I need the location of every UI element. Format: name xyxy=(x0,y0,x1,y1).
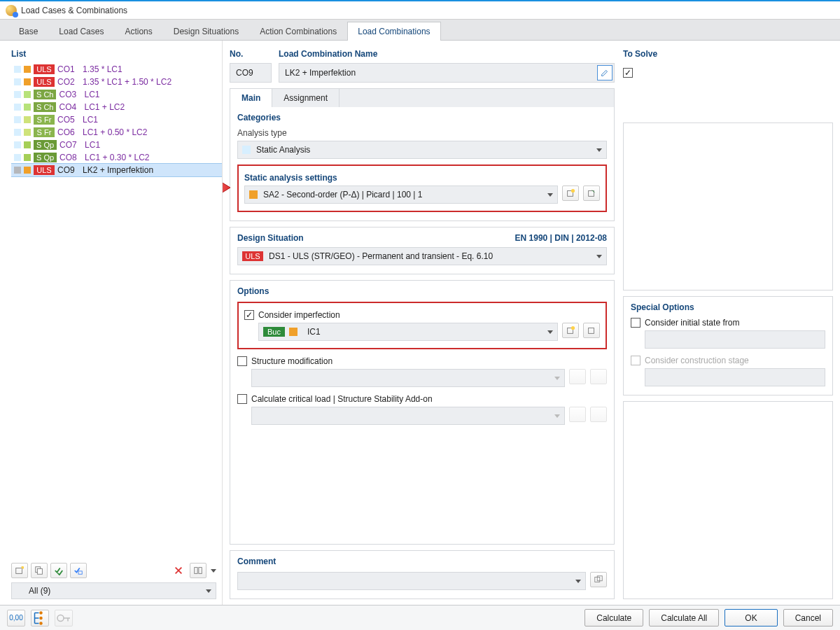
tab-load-combinations[interactable]: Load Combinations xyxy=(347,22,440,41)
initial-state-checkbox[interactable] xyxy=(631,318,640,328)
list-box[interactable]: ULSCO11.35 * LC1ULSCO21.35 * LC1 + 1.50 … xyxy=(11,63,222,559)
calc-critical-label: Calculate critical load | Structure Stab… xyxy=(251,394,433,404)
calc-critical-select[interactable] xyxy=(251,407,565,425)
initial-state-select[interactable] xyxy=(645,330,825,349)
cancel-button[interactable]: Cancel xyxy=(783,609,833,626)
delete-item-button[interactable] xyxy=(170,563,187,578)
consider-imperfection-label: Consider imperfection xyxy=(258,310,340,320)
subtab-main[interactable]: Main xyxy=(230,89,272,107)
lc-code: CO5 xyxy=(57,115,80,125)
initial-state-label: Consider initial state from xyxy=(645,318,739,328)
comment-field[interactable] xyxy=(237,572,586,590)
list-item-co3[interactable]: S ChCO3LC1 xyxy=(11,88,222,101)
chevron-down-icon xyxy=(575,580,581,583)
sub-tabstrip: MainAssignment xyxy=(230,88,615,107)
svg-rect-12 xyxy=(589,328,594,334)
lc-code: CO2 xyxy=(57,77,80,87)
lc-desc: LC1 + 0.50 * LC2 xyxy=(83,127,147,137)
list-item-co1[interactable]: ULSCO11.35 * LC1 xyxy=(11,63,222,76)
design-situation-select[interactable]: ULS DS1 - ULS (STR/GEO) - Permanent and … xyxy=(237,247,607,265)
name-field[interactable]: LK2 + Imperfektion xyxy=(279,63,615,83)
color-swatch xyxy=(14,66,21,73)
color-swatch xyxy=(24,129,31,136)
comment-title: Comment xyxy=(237,556,607,566)
chevron-down-icon xyxy=(596,148,602,152)
calculate-button[interactable]: Calculate xyxy=(584,609,643,626)
design-code: EN 1990 | DIN | 2012-08 xyxy=(515,233,607,243)
svg-point-16 xyxy=(39,616,43,620)
new-item-button[interactable] xyxy=(11,563,28,578)
analysis-type-label: Analysis type xyxy=(237,128,607,138)
list-item-co8[interactable]: S QpCO8LC1 + 0.30 * LC2 xyxy=(11,151,222,164)
uncheck-all-button[interactable] xyxy=(70,563,87,578)
tosolve-checkbox[interactable] xyxy=(623,68,633,78)
list-filter-value: All (9) xyxy=(29,586,50,596)
key-button[interactable] xyxy=(55,610,73,626)
lc-code: CO1 xyxy=(57,64,80,74)
structure-modification-label: Structure modification xyxy=(251,356,332,366)
color-swatch xyxy=(24,154,31,161)
list-item-co9[interactable]: ULSCO9LK2 + Imperfektion xyxy=(11,164,222,176)
units-button[interactable]: 0,00 xyxy=(7,610,25,626)
uls-tag: ULS xyxy=(34,77,55,87)
color-swatch xyxy=(249,190,258,199)
sas-new-button[interactable] xyxy=(562,186,579,201)
uls-tag: ULS xyxy=(34,64,55,74)
no-field[interactable]: CO9 xyxy=(230,63,272,83)
comment-more-button[interactable] xyxy=(590,572,607,587)
list-item-co5[interactable]: S FrCO5LC1 xyxy=(11,113,222,126)
subtab-assignment[interactable]: Assignment xyxy=(272,89,340,107)
calculate-all-button[interactable]: Calculate All xyxy=(649,609,719,626)
lc-code: CO3 xyxy=(59,90,81,99)
tab-load-cases[interactable]: Load Cases xyxy=(48,22,114,41)
color-swatch xyxy=(14,104,21,111)
list-item-co2[interactable]: ULSCO21.35 * LC1 + 1.50 * LC2 xyxy=(11,76,222,88)
sfr-tag: S Fr xyxy=(34,127,55,137)
critical-edit-button[interactable] xyxy=(590,407,607,422)
structure-modification-checkbox[interactable] xyxy=(237,356,247,366)
callout-arrow-icon xyxy=(230,312,232,330)
imperfection-select[interactable]: Buc IC1 xyxy=(258,323,558,341)
analysis-type-select[interactable]: Static Analysis xyxy=(237,141,607,159)
color-swatch xyxy=(14,91,21,98)
chevron-down-icon xyxy=(554,377,560,380)
view-mode-dropdown[interactable] xyxy=(211,569,216,573)
tab-actions[interactable]: Actions xyxy=(114,22,162,41)
structmod-edit-button[interactable] xyxy=(590,369,607,384)
color-swatch xyxy=(24,167,31,174)
consider-imperfection-checkbox[interactable] xyxy=(244,310,254,320)
list-filter-select[interactable]: All (9) xyxy=(11,582,216,599)
sas-select[interactable]: SA2 - Second-order (P-Δ) | Picard | 100 … xyxy=(244,186,558,204)
edit-name-button[interactable] xyxy=(597,65,612,80)
imperfection-new-button[interactable] xyxy=(562,323,579,338)
svg-point-18 xyxy=(57,615,64,621)
svg-rect-0 xyxy=(16,568,22,574)
tab-base[interactable]: Base xyxy=(8,22,48,41)
structmod-new-button[interactable] xyxy=(569,369,586,384)
list-item-co7[interactable]: S QpCO7LC1 xyxy=(11,139,222,151)
sas-edit-button[interactable] xyxy=(583,186,600,201)
svg-rect-4 xyxy=(78,571,82,574)
construction-stage-select xyxy=(645,368,825,386)
structure-modification-select[interactable] xyxy=(251,369,565,387)
calc-critical-checkbox[interactable] xyxy=(237,394,247,404)
list-item-co4[interactable]: S ChCO4LC1 + LC2 xyxy=(11,101,222,113)
lc-desc: 1.35 * LC1 xyxy=(83,64,122,74)
check-all-button[interactable] xyxy=(50,563,67,578)
ok-button[interactable]: OK xyxy=(724,609,777,626)
tab-action-combinations[interactable]: Action Combinations xyxy=(249,22,347,41)
tree-button[interactable] xyxy=(31,610,49,626)
critical-new-button[interactable] xyxy=(569,407,586,422)
uls-tag: ULS xyxy=(34,165,55,175)
sqp-tag: S Qp xyxy=(34,153,57,162)
title-bar: Load Cases & Combinations xyxy=(0,1,840,20)
sfr-tag: S Fr xyxy=(34,115,55,125)
imperfection-edit-button[interactable] xyxy=(583,323,600,338)
svg-rect-5 xyxy=(195,568,197,574)
lc-code: CO8 xyxy=(59,153,82,162)
no-label: No. xyxy=(230,46,272,63)
view-mode-button[interactable] xyxy=(190,563,206,578)
copy-item-button[interactable] xyxy=(31,563,48,578)
tab-design-situations[interactable]: Design Situations xyxy=(163,22,249,41)
list-item-co6[interactable]: S FrCO6LC1 + 0.50 * LC2 xyxy=(11,126,222,139)
